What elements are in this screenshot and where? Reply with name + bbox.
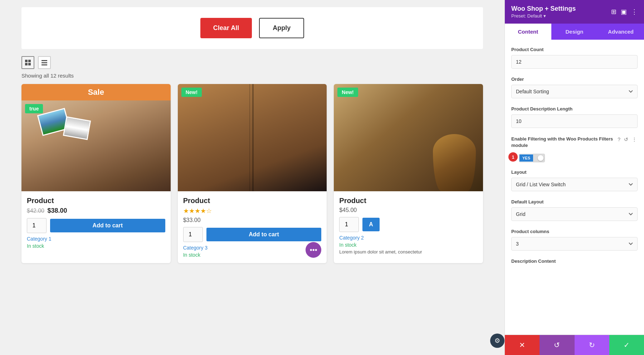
toggle-controls: ? ↺ ⋮ xyxy=(617,136,638,143)
product-name-3: Product xyxy=(339,197,478,205)
save-button[interactable]: ✓ xyxy=(609,335,644,355)
price-regular-3: $45.00 xyxy=(339,207,357,213)
order-label: Order xyxy=(511,77,638,82)
more-button[interactable]: ⋮ xyxy=(631,136,638,143)
product-image-3: New! xyxy=(334,84,483,191)
price-sale-1: $38.00 xyxy=(47,207,67,214)
product-columns-label: Product columns xyxy=(511,229,638,234)
lorem-text-3: Lorem ipsum dolor sit amet, consectetur xyxy=(339,249,478,255)
panel-header-icons: ⊞ ▣ ⋮ xyxy=(611,8,638,16)
apply-button[interactable]: Apply xyxy=(259,18,304,38)
tab-content[interactable]: Content xyxy=(505,24,551,40)
cancel-button[interactable]: ✕ xyxy=(505,335,540,355)
layout-select[interactable]: Grid / List View Switch Grid List xyxy=(511,178,638,191)
enable-filtering-label-wrap: Enable Filtering with the Woo Products F… xyxy=(511,136,613,162)
product-info-1: Product $42.00 $38.00 Add to cart Catego… xyxy=(21,191,171,254)
desc-length-group: Product Description Length xyxy=(511,106,638,128)
qty-input-3[interactable] xyxy=(339,217,359,232)
add-to-cart-row-1: Add to cart xyxy=(27,218,165,233)
list-view-button[interactable] xyxy=(38,56,51,69)
clear-all-button[interactable]: Clear All xyxy=(200,18,252,38)
product-info-2: Product ★★★★☆ $33.00 Add to cart Categor… xyxy=(178,191,327,263)
sale-banner: Sale xyxy=(21,84,171,100)
price-regular-2: $33.00 xyxy=(183,217,201,223)
svg-rect-6 xyxy=(42,64,47,65)
add-to-cart-row-3: A xyxy=(339,217,478,232)
add-to-cart-button-3[interactable]: A xyxy=(362,218,380,231)
desc-content-group: Description Content xyxy=(511,258,638,264)
floating-settings-button[interactable]: ⚙ xyxy=(490,334,504,348)
order-select[interactable]: Default Sorting Sort by Popularity Sort … xyxy=(511,85,638,98)
tab-design[interactable]: Design xyxy=(551,24,598,40)
svg-rect-3 xyxy=(28,63,31,65)
category-link-2[interactable]: Category 3 xyxy=(183,245,322,251)
add-to-cart-row-2: Add to cart xyxy=(183,227,322,242)
product-info-3: Product $45.00 A Category 2 In stock Lor… xyxy=(334,191,483,260)
panel-header: Woo Shop + Settings Preset: Default ▾ ⊞ … xyxy=(505,0,644,24)
settings-icon[interactable]: ⊞ xyxy=(611,8,616,16)
svg-rect-2 xyxy=(25,63,28,65)
layout-label: Layout xyxy=(511,169,638,175)
category-link-1[interactable]: Category 1 xyxy=(27,236,165,242)
redo-button[interactable]: ↻ xyxy=(575,335,609,355)
toggle-slider[interactable] xyxy=(533,154,545,162)
product-card-2: New! Product ★★★★☆ $33.00 Add to cart Ca… xyxy=(178,84,327,263)
new-badge-2: New! xyxy=(181,88,202,97)
settings-panel: Woo Shop + Settings Preset: Default ▾ ⊞ … xyxy=(504,0,644,355)
layout-group: Layout Grid / List View Switch Grid List xyxy=(511,169,638,191)
svg-rect-4 xyxy=(42,60,47,61)
star-rating-2: ★★★★☆ xyxy=(183,207,322,215)
toggle-switch[interactable]: YES xyxy=(519,154,545,162)
product-image-2: New! xyxy=(178,84,327,191)
category-link-3[interactable]: Category 2 xyxy=(339,235,478,241)
desc-content-label: Description Content xyxy=(511,258,638,264)
panel-tabs: Content Design Advanced xyxy=(505,24,644,40)
badge-1: 1 xyxy=(508,152,518,162)
view-controls xyxy=(0,49,504,73)
product-image-1: Sale true xyxy=(21,84,171,191)
desc-length-input[interactable] xyxy=(511,114,638,128)
panel-body: Product Count Order Default Sorting Sort… xyxy=(505,40,644,335)
product-count-label: Product Count xyxy=(511,47,638,52)
add-to-cart-button-2[interactable]: Add to cart xyxy=(206,228,322,241)
enable-filtering-group: Enable Filtering with the Woo Products F… xyxy=(511,136,638,162)
undo-button[interactable]: ↺ xyxy=(540,335,574,355)
panel-bottom-bar: ✕ ↺ ↻ ✓ xyxy=(505,335,644,355)
qty-input-2[interactable] xyxy=(183,227,203,242)
panel-header-info: Woo Shop + Settings Preset: Default ▾ xyxy=(511,5,576,19)
product-card: Sale true Product $42.00 $38.00 xyxy=(21,84,171,263)
main-content: Clear All Apply Showing all 12 results S… xyxy=(0,0,504,355)
default-layout-label: Default Layout xyxy=(511,199,638,204)
svg-rect-0 xyxy=(25,60,28,62)
layout-icon[interactable]: ▣ xyxy=(621,8,627,16)
panel-title: Woo Shop + Settings xyxy=(511,5,576,13)
stock-text-1: In stock xyxy=(27,243,165,249)
help-button[interactable]: ? xyxy=(617,136,621,143)
add-to-cart-button-1[interactable]: Add to cart xyxy=(50,219,165,232)
product-name-2: Product xyxy=(183,197,322,205)
product-columns-select[interactable]: 3 2 4 5 6 xyxy=(511,237,638,251)
default-layout-group: Default Layout Grid List xyxy=(511,199,638,221)
grid-view-button[interactable] xyxy=(21,56,34,69)
product-count-group: Product Count xyxy=(511,47,638,69)
svg-rect-5 xyxy=(42,62,47,63)
product-price-2: $33.00 xyxy=(183,217,322,223)
price-original-1: $42.00 xyxy=(27,208,44,214)
more-options-icon[interactable]: ⋮ xyxy=(631,8,638,16)
three-dots-button[interactable]: ••• xyxy=(306,242,321,258)
toggle-row-inner: 1 YES xyxy=(511,152,613,162)
product-columns-group: Product columns 3 2 4 5 6 xyxy=(511,229,638,251)
reset-button[interactable]: ↺ xyxy=(623,136,629,143)
product-price-3: $45.00 xyxy=(339,207,478,213)
desc-length-label: Product Description Length xyxy=(511,106,638,112)
product-price-1: $42.00 $38.00 xyxy=(27,207,165,215)
toggle-yes-label: YES xyxy=(519,154,533,162)
new-badge-3: New! xyxy=(337,88,358,97)
default-layout-select[interactable]: Grid List xyxy=(511,207,638,221)
tab-advanced[interactable]: Advanced xyxy=(597,24,644,40)
product-count-input[interactable] xyxy=(511,55,638,69)
panel-preset[interactable]: Preset: Default ▾ xyxy=(511,13,576,19)
products-grid: Sale true Product $42.00 $38.00 xyxy=(0,84,504,263)
enable-filtering-label: Enable Filtering with the Woo Products F… xyxy=(511,136,613,149)
qty-input-1[interactable] xyxy=(27,218,47,233)
